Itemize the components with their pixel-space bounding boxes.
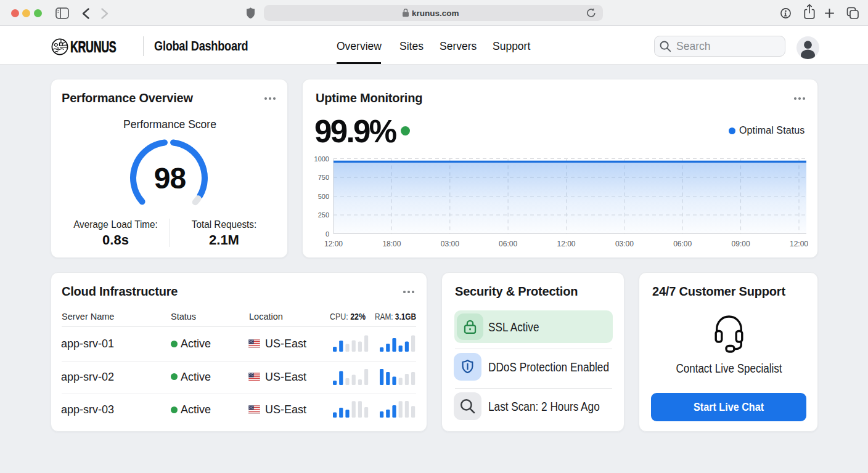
svg-text:12:00: 12:00 [324, 240, 343, 248]
svg-text:1000: 1000 [314, 155, 329, 163]
svg-text:12:00: 12:00 [557, 240, 575, 248]
svg-text:03:00: 03:00 [615, 240, 634, 248]
svg-text:03:00: 03:00 [441, 240, 459, 248]
svg-text:750: 750 [318, 174, 329, 181]
svg-text:250: 250 [318, 211, 329, 219]
svg-text:0: 0 [326, 230, 329, 238]
svg-text:12:00: 12:00 [790, 240, 808, 248]
svg-text:500: 500 [318, 193, 329, 200]
svg-text:06:00: 06:00 [499, 240, 517, 248]
svg-text:06:00: 06:00 [673, 240, 692, 248]
svg-text:18:00: 18:00 [382, 240, 401, 248]
svg-text:09:00: 09:00 [732, 240, 750, 248]
